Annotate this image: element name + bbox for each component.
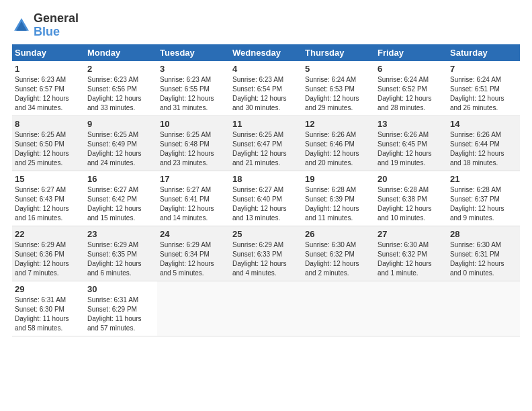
day-info: Sunrise: 6:30 AMSunset: 6:32 PMDaylight:… [305, 240, 372, 278]
page: General Blue SundayMondayTuesdayWednesda… [0, 0, 532, 343]
day-info: Sunrise: 6:26 AMSunset: 6:46 PMDaylight:… [305, 130, 372, 168]
col-header-saturday: Saturday [447, 44, 520, 61]
day-number: 28 [450, 229, 517, 239]
day-number: 22 [15, 229, 82, 239]
day-number: 20 [378, 174, 445, 184]
day-info: Sunrise: 6:23 AMSunset: 6:57 PMDaylight:… [15, 75, 82, 113]
day-info: Sunrise: 6:25 AMSunset: 6:49 PMDaylight:… [87, 130, 154, 168]
day-info: Sunrise: 6:29 AMSunset: 6:36 PMDaylight:… [15, 240, 82, 278]
day-info: Sunrise: 6:24 AMSunset: 6:51 PMDaylight:… [450, 75, 517, 113]
day-info: Sunrise: 6:31 AMSunset: 6:30 PMDaylight:… [15, 295, 82, 333]
day-number: 7 [450, 64, 517, 74]
col-header-sunday: Sunday [12, 44, 85, 61]
calendar-cell: 20Sunrise: 6:28 AMSunset: 6:38 PMDayligh… [375, 171, 447, 226]
week-row-3: 15Sunrise: 6:27 AMSunset: 6:43 PMDayligh… [12, 171, 520, 226]
day-info: Sunrise: 6:28 AMSunset: 6:39 PMDaylight:… [305, 185, 372, 223]
day-number: 19 [305, 174, 372, 184]
general-blue-icon [12, 16, 31, 35]
calendar-cell: 16Sunrise: 6:27 AMSunset: 6:42 PMDayligh… [85, 171, 157, 226]
week-row-2: 8Sunrise: 6:25 AMSunset: 6:50 PMDaylight… [12, 116, 520, 171]
day-info: Sunrise: 6:27 AMSunset: 6:43 PMDaylight:… [15, 185, 82, 223]
day-info: Sunrise: 6:25 AMSunset: 6:50 PMDaylight:… [15, 130, 82, 168]
calendar-cell: 26Sunrise: 6:30 AMSunset: 6:32 PMDayligh… [302, 226, 375, 281]
calendar-cell: 7Sunrise: 6:24 AMSunset: 6:51 PMDaylight… [447, 61, 520, 116]
day-number: 4 [232, 64, 300, 74]
logo: General Blue [12, 12, 79, 39]
calendar-cell: 4Sunrise: 6:23 AMSunset: 6:54 PMDaylight… [230, 61, 302, 116]
day-number: 30 [87, 284, 154, 294]
calendar-cell: 30Sunrise: 6:31 AMSunset: 6:29 PMDayligh… [85, 281, 157, 336]
calendar-cell: 15Sunrise: 6:27 AMSunset: 6:43 PMDayligh… [12, 171, 85, 226]
day-number: 14 [450, 119, 517, 129]
day-number: 29 [15, 284, 82, 294]
day-info: Sunrise: 6:27 AMSunset: 6:42 PMDaylight:… [87, 185, 154, 223]
col-header-monday: Monday [85, 44, 157, 61]
day-number: 3 [160, 64, 227, 74]
day-number: 21 [450, 174, 517, 184]
calendar-table: SundayMondayTuesdayWednesdayThursdayFrid… [12, 44, 520, 336]
day-number: 2 [87, 64, 154, 74]
day-number: 24 [160, 229, 227, 239]
day-number: 15 [15, 174, 82, 184]
day-info: Sunrise: 6:28 AMSunset: 6:38 PMDaylight:… [378, 185, 445, 223]
calendar-cell: 6Sunrise: 6:24 AMSunset: 6:52 PMDaylight… [375, 61, 447, 116]
calendar-cell: 22Sunrise: 6:29 AMSunset: 6:36 PMDayligh… [12, 226, 85, 281]
day-number: 12 [305, 119, 372, 129]
day-number: 26 [305, 229, 372, 239]
calendar-cell: 29Sunrise: 6:31 AMSunset: 6:30 PMDayligh… [12, 281, 85, 336]
day-info: Sunrise: 6:23 AMSunset: 6:56 PMDaylight:… [87, 75, 154, 113]
calendar-cell: 8Sunrise: 6:25 AMSunset: 6:50 PMDaylight… [12, 116, 85, 171]
day-info: Sunrise: 6:29 AMSunset: 6:33 PMDaylight:… [232, 240, 300, 278]
day-number: 8 [15, 119, 82, 129]
day-info: Sunrise: 6:29 AMSunset: 6:35 PMDaylight:… [87, 240, 154, 278]
day-number: 17 [160, 174, 227, 184]
header: General Blue [12, 12, 520, 39]
calendar-cell: 27Sunrise: 6:30 AMSunset: 6:32 PMDayligh… [375, 226, 447, 281]
col-header-wednesday: Wednesday [230, 44, 302, 61]
day-info: Sunrise: 6:31 AMSunset: 6:29 PMDaylight:… [87, 295, 154, 333]
day-number: 1 [15, 64, 82, 74]
calendar-cell [157, 281, 230, 336]
calendar-cell: 13Sunrise: 6:26 AMSunset: 6:45 PMDayligh… [375, 116, 447, 171]
calendar-cell [447, 281, 520, 336]
calendar-cell: 11Sunrise: 6:25 AMSunset: 6:47 PMDayligh… [230, 116, 302, 171]
day-info: Sunrise: 6:24 AMSunset: 6:52 PMDaylight:… [378, 75, 445, 113]
calendar-cell: 25Sunrise: 6:29 AMSunset: 6:33 PMDayligh… [230, 226, 302, 281]
calendar-cell [230, 281, 302, 336]
day-number: 18 [232, 174, 300, 184]
day-number: 13 [378, 119, 445, 129]
day-number: 23 [87, 229, 154, 239]
day-info: Sunrise: 6:30 AMSunset: 6:31 PMDaylight:… [450, 240, 517, 278]
calendar-cell: 19Sunrise: 6:28 AMSunset: 6:39 PMDayligh… [302, 171, 375, 226]
logo-text: General Blue [34, 12, 79, 39]
calendar-cell: 24Sunrise: 6:29 AMSunset: 6:34 PMDayligh… [157, 226, 230, 281]
calendar-cell: 5Sunrise: 6:24 AMSunset: 6:53 PMDaylight… [302, 61, 375, 116]
day-number: 25 [232, 229, 300, 239]
day-info: Sunrise: 6:23 AMSunset: 6:55 PMDaylight:… [160, 75, 227, 113]
calendar-cell: 3Sunrise: 6:23 AMSunset: 6:55 PMDaylight… [157, 61, 230, 116]
day-info: Sunrise: 6:26 AMSunset: 6:44 PMDaylight:… [450, 130, 517, 168]
day-number: 6 [378, 64, 445, 74]
day-info: Sunrise: 6:27 AMSunset: 6:41 PMDaylight:… [160, 185, 227, 223]
week-row-1: 1Sunrise: 6:23 AMSunset: 6:57 PMDaylight… [12, 61, 520, 116]
day-number: 9 [87, 119, 154, 129]
day-info: Sunrise: 6:24 AMSunset: 6:53 PMDaylight:… [305, 75, 372, 113]
calendar-cell [375, 281, 447, 336]
week-row-5: 29Sunrise: 6:31 AMSunset: 6:30 PMDayligh… [12, 281, 520, 336]
col-header-tuesday: Tuesday [157, 44, 230, 61]
day-info: Sunrise: 6:29 AMSunset: 6:34 PMDaylight:… [160, 240, 227, 278]
calendar-cell: 14Sunrise: 6:26 AMSunset: 6:44 PMDayligh… [447, 116, 520, 171]
calendar-cell: 10Sunrise: 6:25 AMSunset: 6:48 PMDayligh… [157, 116, 230, 171]
day-number: 11 [232, 119, 300, 129]
day-number: 5 [305, 64, 372, 74]
week-row-4: 22Sunrise: 6:29 AMSunset: 6:36 PMDayligh… [12, 226, 520, 281]
day-info: Sunrise: 6:26 AMSunset: 6:45 PMDaylight:… [378, 130, 445, 168]
day-info: Sunrise: 6:25 AMSunset: 6:47 PMDaylight:… [232, 130, 300, 168]
calendar-cell: 18Sunrise: 6:27 AMSunset: 6:40 PMDayligh… [230, 171, 302, 226]
day-number: 10 [160, 119, 227, 129]
calendar-cell: 28Sunrise: 6:30 AMSunset: 6:31 PMDayligh… [447, 226, 520, 281]
day-info: Sunrise: 6:25 AMSunset: 6:48 PMDaylight:… [160, 130, 227, 168]
calendar-cell: 1Sunrise: 6:23 AMSunset: 6:57 PMDaylight… [12, 61, 85, 116]
day-number: 16 [87, 174, 154, 184]
calendar-cell [302, 281, 375, 336]
